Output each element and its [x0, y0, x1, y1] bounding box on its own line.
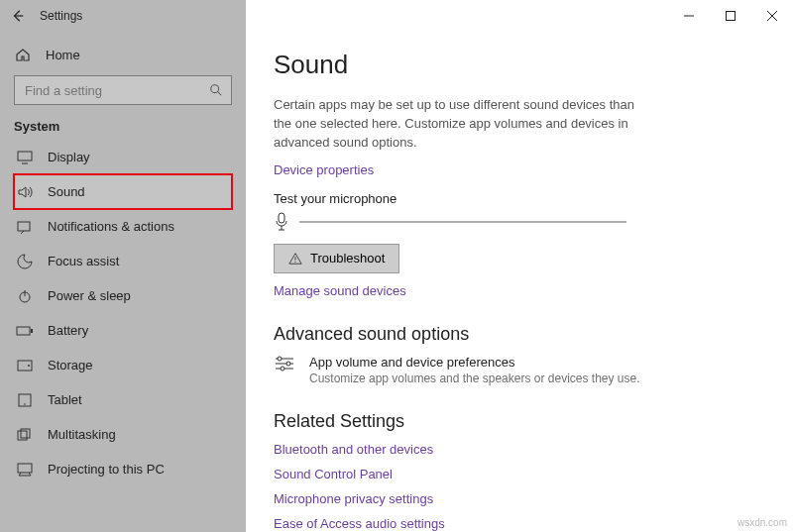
search-icon [209, 83, 223, 97]
sidebar-item-label: Tablet [48, 392, 82, 407]
svg-point-16 [278, 357, 282, 361]
storage-icon [16, 360, 34, 372]
mic-level-row [274, 212, 765, 232]
test-mic-label: Test your microphone [274, 191, 765, 206]
related-link-microphone-privacy[interactable]: Microphone privacy settings [274, 491, 765, 506]
sidebar-item-label: Multitasking [48, 427, 116, 442]
svg-rect-2 [18, 152, 32, 160]
svg-point-8 [28, 365, 30, 367]
sidebar-section-label: System [14, 119, 232, 134]
projecting-icon [16, 463, 34, 477]
sidebar-item-label: Display [48, 150, 90, 164]
minimize-icon [684, 11, 694, 21]
advanced-heading: Advanced sound options [274, 324, 765, 345]
search-input[interactable] [23, 82, 191, 99]
titlebar-left: Settings [0, 0, 246, 32]
sidebar-item-label: Focus assist [48, 254, 119, 268]
arrow-left-icon [11, 9, 25, 23]
home-button[interactable]: Home [14, 38, 232, 71]
sidebar-item-label: Storage [48, 358, 93, 372]
app-title: Settings [40, 9, 82, 23]
svg-rect-12 [21, 429, 30, 438]
svg-rect-11 [18, 431, 27, 440]
minimize-button[interactable] [668, 0, 710, 32]
sidebar-item-label: Projecting to this PC [48, 462, 165, 477]
svg-rect-5 [17, 327, 30, 335]
sidebar-item-power-sleep[interactable]: Power & sleep [14, 278, 232, 313]
sidebar-item-multitasking[interactable]: Multitasking [14, 417, 232, 452]
svg-point-18 [281, 367, 284, 371]
battery-icon [16, 325, 34, 337]
microphone-icon [274, 212, 289, 232]
sliders-icon [274, 355, 295, 372]
sidebar-item-storage[interactable]: Storage [14, 348, 232, 382]
home-label: Home [46, 48, 80, 62]
power-icon [16, 288, 34, 304]
related-links: Bluetooth and other devices Sound Contro… [274, 442, 765, 531]
svg-rect-6 [31, 329, 33, 333]
sound-icon [16, 185, 34, 199]
display-icon [16, 151, 34, 164]
page-title: Sound [274, 50, 765, 80]
related-link-sound-control-panel[interactable]: Sound Control Panel [274, 467, 765, 481]
tablet-icon [16, 393, 34, 407]
maximize-icon [726, 11, 736, 21]
sidebar-item-tablet[interactable]: Tablet [14, 382, 232, 417]
notifications-icon [16, 220, 34, 234]
sidebar-item-label: Battery [48, 323, 88, 338]
app-body: Home System Display Sound Notifications … [0, 32, 793, 532]
manage-sound-devices-link[interactable]: Manage sound devices [274, 283, 406, 298]
sidebar-item-projecting[interactable]: Projecting to this PC [14, 452, 232, 486]
maximize-button[interactable] [710, 0, 751, 32]
sidebar-item-display[interactable]: Display [14, 140, 232, 174]
device-properties-link[interactable]: Device properties [274, 162, 374, 177]
troubleshoot-label: Troubleshoot [310, 251, 385, 266]
sidebar-item-label: Sound [48, 184, 85, 199]
search-box[interactable] [14, 75, 232, 105]
sidebar: Home System Display Sound Notifications … [0, 32, 246, 532]
sidebar-item-sound[interactable]: Sound [14, 174, 232, 209]
warning-icon [288, 252, 302, 266]
close-button[interactable] [751, 0, 793, 32]
sidebar-item-notifications[interactable]: Notifications & actions [14, 209, 232, 244]
page-description: Certain apps may be set up to use differ… [274, 96, 640, 153]
back-button[interactable] [0, 0, 36, 32]
home-icon [14, 47, 32, 62]
app-volume-prefs-item[interactable]: App volume and device preferences Custom… [274, 355, 765, 385]
svg-point-17 [286, 362, 290, 366]
focus-assist-icon [16, 254, 34, 269]
related-link-bluetooth[interactable]: Bluetooth and other devices [274, 442, 765, 457]
multitasking-icon [16, 428, 34, 442]
sidebar-item-focus-assist[interactable]: Focus assist [14, 244, 232, 278]
titlebar: Settings [0, 0, 793, 32]
advanced-item-title: App volume and device preferences [309, 355, 640, 370]
watermark: wsxdn.com [737, 517, 787, 528]
advanced-item-sub: Customize app volumes and the speakers o… [309, 372, 640, 385]
svg-point-10 [24, 403, 26, 405]
svg-rect-14 [279, 213, 284, 223]
content-area: Sound Certain apps may be set up to use … [246, 32, 793, 532]
troubleshoot-button[interactable]: Troubleshoot [274, 244, 399, 273]
related-heading: Related Settings [274, 411, 765, 432]
close-icon [767, 11, 777, 21]
svg-rect-13 [18, 464, 32, 473]
svg-point-1 [211, 85, 219, 93]
sidebar-item-battery[interactable]: Battery [14, 313, 232, 348]
sidebar-item-label: Power & sleep [48, 288, 131, 303]
mic-level-bar [299, 221, 626, 223]
sidebar-item-label: Notifications & actions [48, 219, 174, 234]
svg-rect-0 [727, 12, 736, 21]
svg-point-15 [294, 261, 295, 262]
related-link-ease-of-access[interactable]: Ease of Access audio settings [274, 516, 765, 531]
svg-rect-3 [18, 222, 30, 231]
window-controls [246, 0, 793, 32]
